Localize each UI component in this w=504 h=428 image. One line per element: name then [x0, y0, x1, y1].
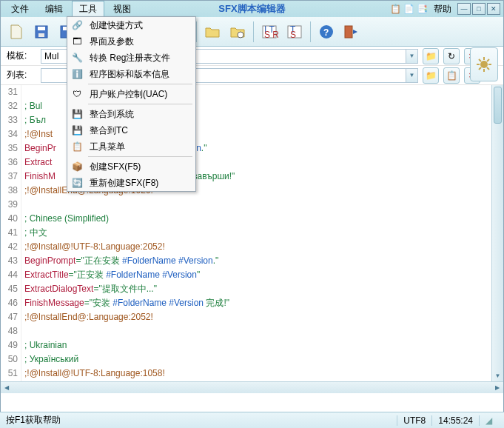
menu-item-label: 用户账户控制(UAC) [90, 88, 167, 101]
menu-item-label: 界面及参数 [90, 36, 134, 48]
window-title: SFX脚本编辑器 [218, 2, 285, 16]
menu-item-label: 程序图标和版本信息 [90, 68, 169, 81]
help-label[interactable]: 帮助 [429, 3, 456, 16]
tools-menu-item[interactable]: 🔄重新创建SFX(F8) [67, 175, 195, 191]
titlebar-icon-2[interactable]: 📄 [403, 3, 414, 15]
svg-rect-16 [345, 26, 352, 38]
svg-line-25 [487, 59, 489, 61]
template-refresh-button[interactable]: ↻ [443, 48, 460, 64]
install-icon: 💾 [71, 108, 83, 120]
status-encoding: UTF8 [397, 415, 431, 426]
scroll-left-icon[interactable]: ◀ [1, 382, 13, 393]
tc-icon: 💾 [71, 124, 83, 136]
svg-text:?: ? [323, 27, 329, 38]
svg-line-23 [487, 67, 489, 70]
menu-item-label: 整合到系统 [90, 108, 134, 121]
tools-menu-item[interactable]: 🔧转换 Reg注册表文件 [67, 50, 195, 66]
shield-icon: 🛡 [71, 88, 83, 100]
its-button[interactable]: I TS R [258, 21, 280, 43]
help-button[interactable]: ? [315, 21, 337, 43]
tools-menu-item[interactable]: 🛡用户账户控制(UAC) [67, 86, 195, 102]
menu-item-label: 创建快捷方式 [90, 19, 143, 32]
menu-item-label: 重新创建SFX(F8) [90, 177, 158, 190]
titlebar-icon-1[interactable]: 📋 [389, 3, 401, 15]
tools-menu-item[interactable]: 🔗创建快捷方式 [67, 17, 195, 33]
tools-menu-item[interactable]: 💾整合到TC [67, 122, 195, 138]
tools-dropdown: 🔗创建快捷方式🗔界面及参数🔧转换 Reg注册表文件ℹ️程序图标和版本信息🛡用户账… [67, 16, 196, 192]
open-folder-button[interactable] [201, 21, 224, 43]
info-icon: ℹ️ [71, 68, 83, 80]
rebuild-icon: 🔄 [71, 177, 83, 189]
menu-view[interactable]: 视图 [106, 1, 138, 18]
menu-item-label: 工具菜单 [90, 141, 125, 153]
list-action-button[interactable]: 📋 [443, 67, 460, 84]
scroll-right-icon[interactable]: ▶ [491, 382, 503, 393]
template-browse-button[interactable]: 📁 [423, 48, 439, 64]
tools-menu-item[interactable]: 🗔界面及参数 [67, 33, 195, 50]
chevron-down-icon[interactable]: ▼ [406, 50, 417, 63]
shortcut-icon: 🔗 [71, 19, 83, 31]
chevron-down-icon[interactable]: ▼ [406, 69, 417, 82]
svg-point-7 [238, 32, 243, 38]
statusbar: 按F1获取帮助 UTF8 14:55:24 ◢ [0, 412, 504, 428]
scroll-thumb[interactable] [494, 87, 502, 124]
menu-item-label: 转换 Reg注册表文件 [90, 52, 170, 64]
build-icon: 📦 [71, 161, 83, 173]
save-button[interactable] [30, 21, 53, 43]
vertical-scrollbar[interactable]: ▲ ▼ [491, 85, 503, 381]
list-label: 列表: [7, 69, 36, 81]
svg-text:S R: S R [264, 30, 278, 40]
template-value: Mul [44, 51, 58, 61]
line-gutter: 3132333435363738394041424344454647484950… [1, 85, 21, 381]
status-hint: 按F1获取帮助 [6, 414, 67, 427]
svg-point-17 [480, 61, 488, 68]
svg-line-24 [479, 67, 481, 70]
menu-item-label: 创建SFX(F5) [90, 161, 141, 173]
tools-menu-item[interactable]: ℹ️程序图标和版本信息 [67, 66, 195, 82]
status-time: 14:55:24 [431, 415, 479, 426]
maximize-button[interactable]: □ [472, 3, 485, 15]
resize-grip-icon[interactable]: ◢ [479, 415, 498, 426]
menubar: 文件 编辑 工具 视图 [1, 1, 138, 18]
menu-file[interactable]: 文件 [4, 1, 36, 18]
browse-button[interactable] [226, 21, 249, 43]
menu-tools[interactable]: 工具 [72, 1, 104, 18]
close-button[interactable]: ✕ [487, 3, 500, 15]
titlebar: 文件 编辑 工具 视图 SFX脚本编辑器 📋 📄 📑 帮助 — □ ✕ [1, 1, 503, 17]
minimize-button[interactable]: — [457, 3, 471, 15]
menu-icon: 📋 [71, 141, 83, 153]
exit-button[interactable] [340, 21, 363, 43]
new-button[interactable] [5, 21, 27, 43]
svg-rect-1 [38, 27, 45, 30]
template-label: 模板: [7, 50, 36, 62]
menu-item-label: 整合到TC [90, 124, 128, 137]
svg-text:S: S [290, 30, 296, 40]
titlebar-icon-3[interactable]: 📑 [416, 3, 428, 15]
svg-rect-2 [38, 33, 44, 37]
svg-line-22 [479, 59, 481, 61]
tools-menu-item[interactable]: 📋工具菜单 [67, 138, 195, 155]
scroll-down-icon[interactable]: ▼ [492, 370, 503, 381]
menu-edit[interactable]: 编辑 [38, 1, 70, 18]
reg-icon: 🔧 [71, 52, 83, 64]
ui-icon: 🗔 [71, 36, 83, 47]
settings-button[interactable] [470, 47, 498, 81]
horizontal-scrollbar[interactable]: ◀ ▶ [1, 381, 503, 393]
ts-button[interactable]: TS [283, 21, 306, 43]
list-browse-button[interactable]: 📁 [423, 67, 439, 84]
tools-menu-item[interactable]: 📦创建SFX(F5) [67, 158, 195, 175]
tools-menu-item[interactable]: 💾整合到系统 [67, 106, 195, 122]
